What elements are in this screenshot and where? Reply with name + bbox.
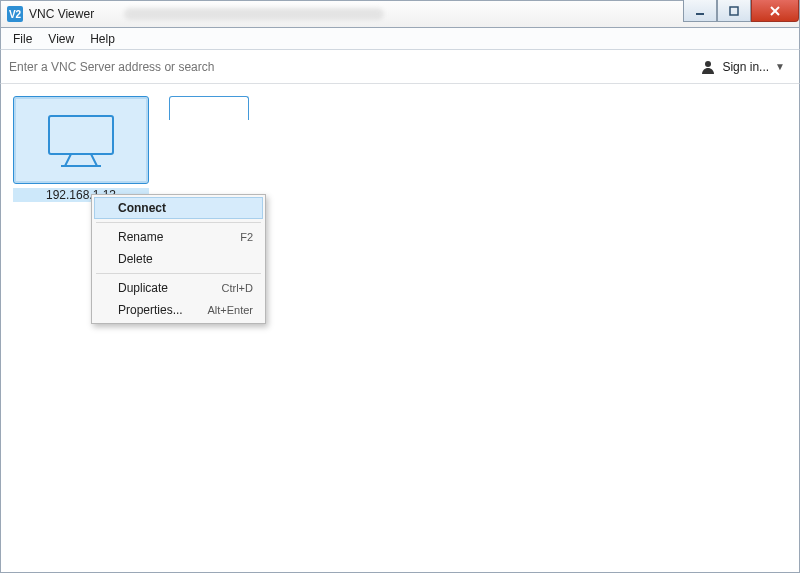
ctx-delete[interactable]: Delete: [94, 248, 263, 270]
ctx-duplicate-shortcut: Ctrl+D: [222, 282, 253, 294]
connection-thumbnail-partial: [169, 96, 249, 120]
ctx-properties-label: Properties...: [118, 303, 183, 317]
monitor-icon: [41, 110, 121, 170]
connection-item[interactable]: 192.168.1.13: [13, 96, 149, 202]
svg-rect-1: [730, 7, 738, 15]
titlebar: V2 VNC Viewer: [0, 0, 800, 28]
ctx-rename-label: Rename: [118, 230, 163, 244]
search-input[interactable]: [9, 56, 694, 78]
context-menu: Connect Rename F2 Delete Duplicate Ctrl+…: [91, 194, 266, 324]
user-icon: [700, 59, 716, 75]
sign-in-label: Sign in...: [722, 60, 769, 74]
titlebar-blurred-text: [124, 8, 384, 20]
menu-file[interactable]: File: [5, 30, 40, 48]
ctx-rename-shortcut: F2: [240, 231, 253, 243]
ctx-delete-label: Delete: [118, 252, 153, 266]
ctx-properties-shortcut: Alt+Enter: [207, 304, 253, 316]
ctx-duplicate-label: Duplicate: [118, 281, 168, 295]
window-title: VNC Viewer: [29, 7, 94, 21]
connection-item-partial[interactable]: [169, 96, 249, 202]
ctx-separator: [96, 222, 261, 223]
menu-view[interactable]: View: [40, 30, 82, 48]
svg-rect-5: [49, 116, 113, 154]
ctx-properties[interactable]: Properties... Alt+Enter: [94, 299, 263, 321]
chevron-down-icon: ▼: [775, 61, 785, 72]
ctx-duplicate[interactable]: Duplicate Ctrl+D: [94, 277, 263, 299]
ctx-separator: [96, 273, 261, 274]
svg-point-4: [705, 61, 711, 67]
app-icon: V2: [7, 6, 23, 22]
ctx-rename[interactable]: Rename F2: [94, 226, 263, 248]
close-button[interactable]: [751, 0, 799, 22]
maximize-button[interactable]: [717, 0, 751, 22]
menubar: File View Help: [0, 28, 800, 50]
ctx-connect-label: Connect: [118, 201, 166, 215]
ctx-connect[interactable]: Connect: [94, 197, 263, 219]
connection-thumbnail[interactable]: [13, 96, 149, 184]
searchbar: Sign in... ▼: [0, 50, 800, 84]
connections-list: 192.168.1.13: [13, 96, 787, 202]
menu-help[interactable]: Help: [82, 30, 123, 48]
content-area: 192.168.1.13 Connect Rename F2 Delete Du…: [0, 84, 800, 573]
sign-in-button[interactable]: Sign in... ▼: [694, 57, 791, 77]
window-controls: [683, 0, 799, 22]
minimize-button[interactable]: [683, 0, 717, 22]
